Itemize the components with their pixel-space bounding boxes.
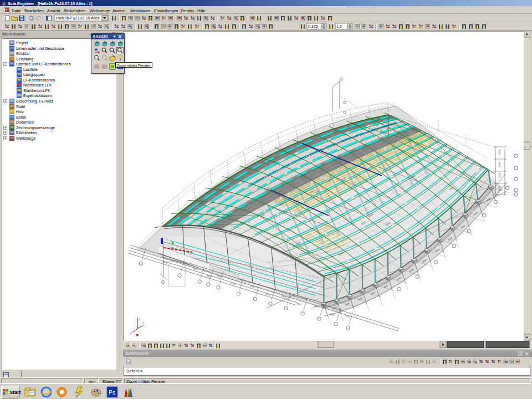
svg-text:0.375: 0.375: [308, 24, 318, 28]
svg-text:Halle2b-Fu23.07.10 Alles: Halle2b-Fu23.07.10 Alles: [56, 16, 100, 20]
svg-text:3550: 3550: [498, 149, 501, 155]
svg-text:B: B: [111, 64, 114, 69]
svg-text:Ps: Ps: [109, 390, 115, 396]
svg-text:9055: 9055: [498, 186, 501, 191]
svg-text:2250: 2250: [498, 161, 501, 167]
svg-text:1.5: 1.5: [336, 24, 342, 28]
svg-text:✱: ✱: [136, 333, 139, 337]
svg-text:2100: 2100: [498, 172, 501, 178]
